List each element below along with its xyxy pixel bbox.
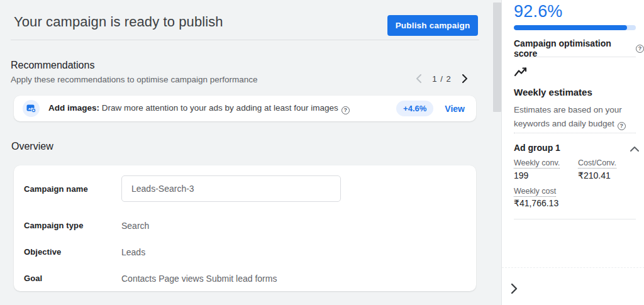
uplift-badge[interactable]: +4.6%: [396, 101, 433, 116]
help-icon[interactable]: [618, 122, 626, 130]
campaign-type-label: Campaign type: [24, 221, 83, 230]
collapse-sidebar-button[interactable]: [511, 283, 518, 297]
help-icon[interactable]: [341, 106, 350, 114]
recommendation-text: Add images: Draw more attention to your …: [48, 103, 350, 114]
optimisation-score-value: 92.6%: [514, 2, 563, 21]
weekly-conv-label: Weekly conv.: [514, 158, 560, 169]
score-progress-bar: [514, 25, 636, 30]
chevron-right-icon: [511, 283, 518, 294]
estimates-sidebar: 92.6% Campaign optimisation score Weekly…: [501, 0, 644, 305]
page-title: Your campaign is ready to publish: [14, 14, 223, 30]
sidebar-dashed-divider: [502, 267, 644, 268]
recommendation-title: Add images:: [48, 103, 99, 113]
optimisation-score-label-text: Campaign optimisation score: [514, 38, 633, 58]
header-divider: [11, 40, 479, 40]
pagination-label: 1 / 2: [432, 74, 451, 84]
pagination-next-button[interactable]: [459, 72, 472, 85]
recommendation-description: Draw more attention to your ads by addin…: [99, 103, 338, 113]
weekly-cost-value: ₹41,766.13: [514, 198, 558, 208]
chevron-right-icon: [462, 74, 468, 83]
goal-value: Contacts Page views Submit lead forms: [121, 274, 277, 284]
weekly-estimates-subtitle-text: Estimates are based on your keywords and…: [514, 105, 622, 128]
overview-card: Campaign name Campaign type Search Objec…: [14, 165, 476, 291]
weekly-estimates-heading: Weekly estimates: [514, 87, 592, 97]
scrollbar-track[interactable]: [492, 0, 501, 305]
trend-chart-icon: [514, 67, 528, 77]
ad-group-title: Ad group 1: [514, 143, 560, 153]
main-panel: Your campaign is ready to publish Publis…: [0, 0, 492, 305]
add-image-icon: [23, 100, 40, 117]
sidebar-divider: [514, 219, 636, 219]
sidebar-dotted-divider: [514, 133, 636, 133]
chevron-up-icon: [630, 146, 639, 152]
collapse-ad-group-button[interactable]: [630, 143, 639, 154]
chevron-left-icon: [416, 74, 421, 83]
recommendation-card[interactable]: Add images: Draw more attention to your …: [14, 96, 476, 121]
pagination-prev-button[interactable]: [412, 72, 425, 85]
recommendations-heading: Recommendations: [11, 60, 94, 71]
objective-label: Objective: [24, 247, 61, 257]
campaign-name-label: Campaign name: [24, 184, 88, 194]
overview-heading: Overview: [11, 141, 53, 152]
publish-campaign-button[interactable]: Publish campaign: [387, 15, 478, 36]
sidebar-divider: [514, 57, 636, 57]
cost-per-conv-label: Cost/Conv.: [578, 158, 616, 169]
campaign-type-value: Search: [121, 221, 149, 231]
weekly-estimates-subtitle: Estimates are based on your keywords and…: [514, 103, 637, 130]
recommendations-subtitle: Apply these recommendations to optimise …: [11, 75, 257, 84]
goal-label: Goal: [24, 274, 42, 283]
score-progress-fill: [514, 25, 627, 30]
cost-per-conv-value: ₹210.41: [578, 170, 611, 180]
recommendations-pagination: 1 / 2: [412, 71, 472, 86]
weekly-conv-value: 199: [514, 170, 528, 180]
scrollbar-thumb[interactable]: [493, 3, 501, 112]
help-icon[interactable]: [636, 45, 644, 53]
objective-value: Leads: [121, 247, 145, 257]
campaign-name-input[interactable]: [121, 175, 341, 202]
optimisation-score-label: Campaign optimisation score: [514, 38, 644, 58]
view-link[interactable]: View: [445, 104, 465, 114]
weekly-cost-label: Weekly cost: [514, 187, 556, 197]
